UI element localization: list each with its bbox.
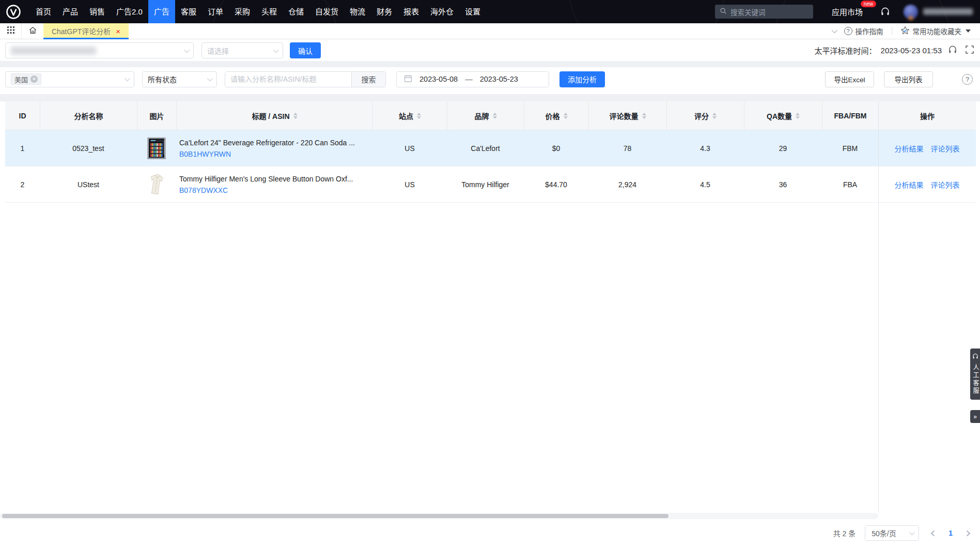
asin-link[interactable]: B0B1HWYRWN [179,150,231,158]
column-header-6[interactable]: 价格 [524,101,588,130]
status-select[interactable]: 所有状态 [142,71,217,87]
sort-icon[interactable] [796,113,800,119]
nav-item-7[interactable]: 采购 [229,0,256,23]
cell-price: $0 [524,130,588,166]
nav-item-13[interactable]: 报表 [398,0,425,23]
cell-product-image [137,166,176,202]
nav-item-8[interactable]: 头程 [256,0,283,23]
analysis-search-input[interactable] [225,72,351,87]
sort-desc-caret [564,116,568,119]
sort-asc-caret [293,113,298,115]
nav-item-10[interactable]: 自发货 [309,0,344,23]
current-page-number[interactable]: 1 [946,529,955,537]
sort-desc-caret [642,116,646,119]
nav-item-0[interactable]: 首页 [30,0,57,23]
sort-asc-caret [642,113,646,115]
prev-page-button[interactable] [928,530,937,537]
home-tab-button[interactable] [22,23,43,39]
table-row-2: 2UStestTommy Hilfiger Men's Long Sleeve … [5,166,976,203]
store-select[interactable] [5,42,194,58]
grid-icon [7,26,14,36]
operation-guide-link[interactable]: ? 操作指南 [844,26,883,36]
action-review-list[interactable]: 评论列表 [931,143,960,154]
cell-analysis-name: 0523_test [40,130,137,166]
apps-grid-button[interactable] [0,23,22,39]
sort-icon[interactable] [712,113,717,119]
tab-chatgpt-review-analysis[interactable]: ChatGPT评论分析 × [43,23,129,39]
redacted-select-value [11,47,96,55]
action-analysis-result[interactable]: 分析结果 [895,179,924,190]
secondary-select[interactable]: 请选择 [201,42,283,58]
cell-brand: Ca'Lefort [447,130,524,166]
tab-label: ChatGPT评论分析 [52,26,111,36]
column-header-3[interactable]: 标题 / ASIN [176,101,372,130]
search-icon [720,7,727,16]
headset-icon[interactable] [948,45,957,56]
select-placeholder: 请选择 [207,46,229,56]
export-list-button[interactable]: 导出列表 [884,71,933,87]
nav-item-3[interactable]: 广告2.0 [111,0,148,23]
nav-item-5[interactable]: 客服 [175,0,202,23]
sort-icon[interactable] [642,113,646,119]
sort-icon[interactable] [293,113,298,119]
column-header-8[interactable]: 评分 [666,101,744,130]
column-header-5[interactable]: 品牌 [447,101,524,130]
timezone-clock: 太平洋标准时间： 2023-05-23 01:53 [815,45,942,56]
product-image [147,137,166,160]
nav-item-9[interactable]: 仓储 [283,0,309,23]
user-account[interactable] [904,5,973,19]
column-header-10: FBA/FBM [822,101,878,130]
tag-close-icon[interactable]: ✕ [30,75,38,83]
column-label: ID [19,112,26,120]
search-button[interactable]: 搜索 [351,72,385,87]
action-analysis-result[interactable]: 分析结果 [895,143,924,154]
column-label: 评论数量 [610,111,639,121]
next-page-button[interactable] [964,530,973,537]
date-range-picker[interactable]: 2023-05-08 — 2023-05-23 [396,71,549,87]
page-size-select[interactable]: 50条/页 [865,525,919,541]
nav-item-1[interactable]: 产品 [57,0,84,23]
cell-title-asin: Ca'Lefort 24" Beverage Refrigerator - 22… [176,130,372,166]
app-logo [5,4,22,20]
horizontal-scrollbar-thumb[interactable] [2,514,668,518]
nav-item-6[interactable]: 订单 [202,0,229,23]
nav-item-11[interactable]: 物流 [344,0,371,23]
confirm-button[interactable]: 确认 [290,42,321,58]
headset-icon[interactable] [880,7,890,17]
nav-item-4[interactable]: 广告 [148,0,175,23]
product-title: Ca'Lefort 24" Beverage Refrigerator - 22… [179,139,355,147]
section-divider [0,94,980,101]
nav-search-input[interactable]: 搜索关键词 [715,5,813,19]
nav-item-2[interactable]: 销售 [84,0,111,23]
section-divider [0,61,980,67]
customer-service-button[interactable]: 人工客服 [970,349,980,400]
asin-link[interactable]: B078YDWXXC [179,186,228,194]
action-review-list[interactable]: 评论列表 [931,179,960,190]
sort-icon[interactable] [417,113,421,119]
tab-close-icon[interactable]: × [116,27,120,35]
sort-icon[interactable] [493,113,497,119]
marketplace-select[interactable]: 美国 ✕ [5,71,134,87]
nav-item-15[interactable]: 设置 [459,0,486,23]
export-excel-button[interactable]: 导出Excel [825,71,874,87]
column-label: 品牌 [475,111,489,121]
column-header-9[interactable]: QA数量 [744,101,822,130]
nav-item-12[interactable]: 财务 [371,0,398,23]
fullscreen-icon[interactable] [966,46,974,56]
caret-down-icon [966,29,971,33]
column-header-4[interactable]: 站点 [372,101,447,130]
nav-item-14[interactable]: 海外仓 [425,0,459,23]
customer-service-label: 人工客服 [971,364,979,395]
cell-site: US [372,130,447,166]
collapse-panel-button[interactable]: » [970,410,980,423]
sort-asc-caret [796,113,800,115]
add-analysis-button[interactable]: 添加分析 [559,71,605,87]
favorites-menu[interactable]: 常用功能收藏夹 [900,26,971,37]
cell-actions: 分析结果评论列表 [878,130,976,166]
tabs-chevron-down-icon[interactable] [831,27,837,33]
sort-icon[interactable] [564,113,568,119]
column-header-11: 操作 [878,101,976,130]
column-header-7[interactable]: 评论数量 [588,101,666,130]
app-market-link[interactable]: 应用市场 new [832,6,863,17]
help-icon[interactable]: ? [962,74,973,85]
